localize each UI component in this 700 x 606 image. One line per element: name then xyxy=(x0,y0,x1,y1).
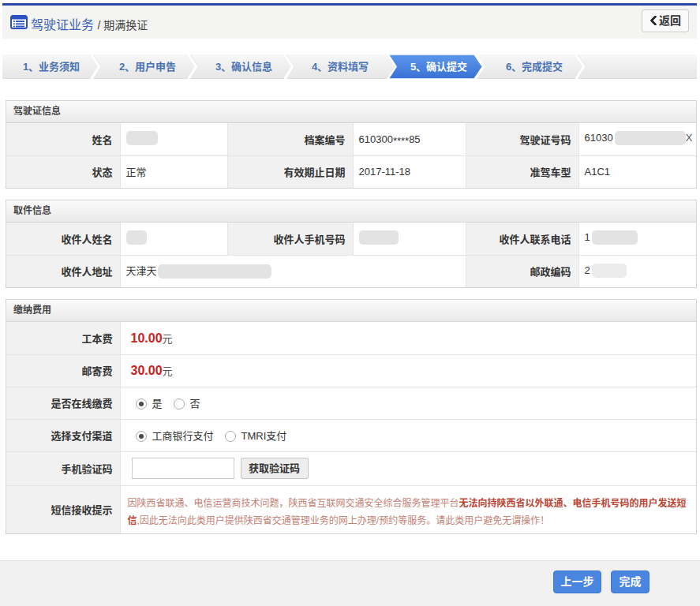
svg-text:5、确认提交: 5、确认提交 xyxy=(410,61,467,73)
svg-text:1、业务须知: 1、业务须知 xyxy=(23,61,80,73)
svg-text:3、确认信息: 3、确认信息 xyxy=(215,61,272,73)
svg-text:4、资料填写: 4、资料填写 xyxy=(312,61,369,73)
svg-text:2、用户申告: 2、用户申告 xyxy=(119,61,176,73)
svg-text:6、完成提交: 6、完成提交 xyxy=(506,61,563,73)
